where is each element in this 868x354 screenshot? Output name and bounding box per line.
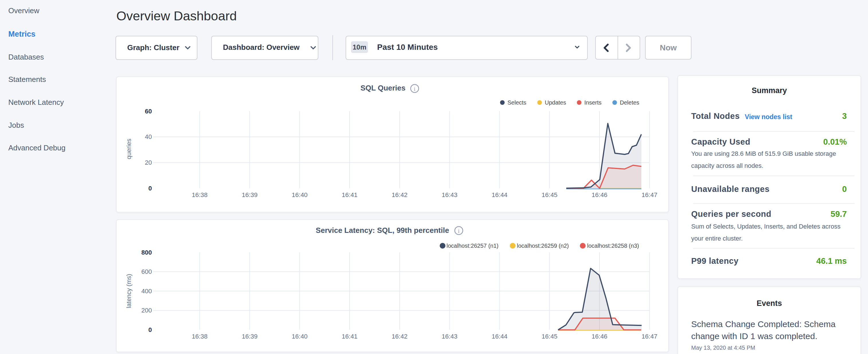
svg-text:600: 600 bbox=[141, 268, 152, 275]
svg-text:60: 60 bbox=[145, 108, 152, 115]
svg-text:Selects: Selects bbox=[507, 99, 526, 106]
svg-text:16:43: 16:43 bbox=[442, 191, 457, 198]
svg-text:16:44: 16:44 bbox=[492, 191, 507, 198]
svg-text:16:46: 16:46 bbox=[591, 191, 607, 198]
svg-text:20: 20 bbox=[145, 159, 152, 166]
svg-text:16:47: 16:47 bbox=[642, 333, 657, 340]
svg-text:400: 400 bbox=[141, 288, 152, 295]
svg-text:Deletes: Deletes bbox=[620, 99, 639, 106]
svg-text:Service Latency: SQL, 99th per: Service Latency: SQL, 99th percentile bbox=[316, 226, 449, 234]
svg-text:16:41: 16:41 bbox=[342, 333, 358, 340]
svg-text:16:43: 16:43 bbox=[442, 333, 457, 340]
svg-text:16:42: 16:42 bbox=[392, 191, 407, 198]
svg-text:16:47: 16:47 bbox=[642, 191, 657, 198]
svg-text:200: 200 bbox=[141, 307, 152, 314]
svg-text:16:39: 16:39 bbox=[242, 191, 258, 198]
svg-text:queries: queries bbox=[125, 139, 132, 159]
svg-text:Inserts: Inserts bbox=[584, 99, 601, 106]
svg-text:0: 0 bbox=[149, 185, 152, 192]
svg-text:16:45: 16:45 bbox=[541, 333, 557, 340]
svg-text:localhost:26257 (n1): localhost:26257 (n1) bbox=[446, 243, 498, 249]
svg-text:40: 40 bbox=[145, 133, 152, 140]
svg-text:16:40: 16:40 bbox=[292, 191, 308, 198]
svg-text:0: 0 bbox=[149, 326, 152, 333]
svg-text:16:42: 16:42 bbox=[392, 333, 407, 340]
svg-text:16:44: 16:44 bbox=[492, 333, 507, 340]
svg-text:800: 800 bbox=[141, 249, 152, 256]
svg-text:16:46: 16:46 bbox=[591, 333, 607, 340]
svg-text:16:41: 16:41 bbox=[342, 191, 358, 198]
svg-text:localhost:26259 (n2): localhost:26259 (n2) bbox=[517, 243, 569, 249]
svg-text:16:38: 16:38 bbox=[192, 333, 208, 340]
svg-text:16:40: 16:40 bbox=[292, 333, 308, 340]
svg-text:i: i bbox=[458, 228, 459, 234]
svg-text:localhost:26258 (n3): localhost:26258 (n3) bbox=[587, 243, 639, 249]
svg-text:SQL Queries: SQL Queries bbox=[361, 84, 405, 92]
svg-text:16:38: 16:38 bbox=[192, 191, 208, 198]
svg-text:16:45: 16:45 bbox=[541, 191, 557, 198]
svg-text:i: i bbox=[414, 86, 415, 92]
svg-text:16:39: 16:39 bbox=[242, 333, 258, 340]
svg-text:latency (ms): latency (ms) bbox=[125, 274, 132, 308]
svg-text:Updates: Updates bbox=[545, 99, 566, 106]
